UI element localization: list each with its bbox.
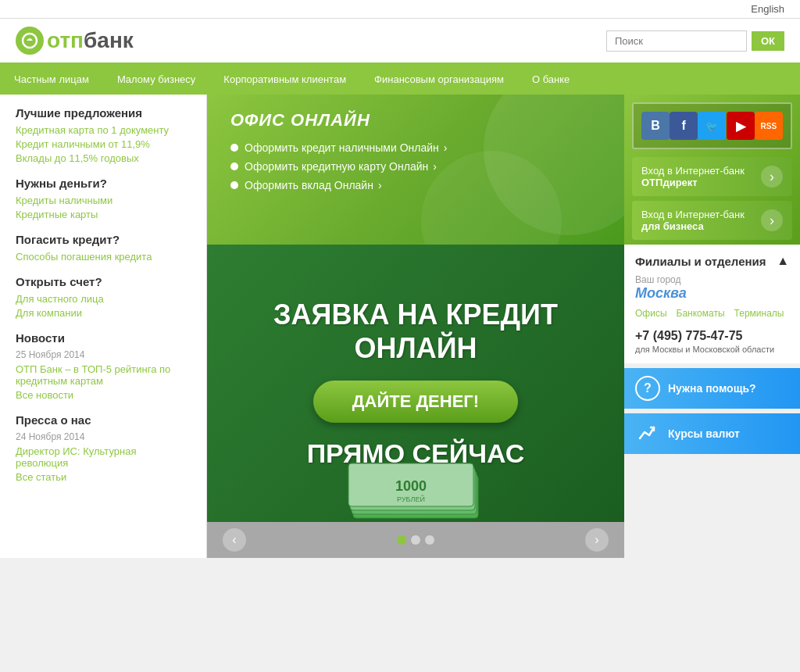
sidebar-all-news-link[interactable]: Все новости (16, 389, 191, 401)
office-link-credit-card[interactable]: Оформить кредитную карту Онлайн › (245, 160, 437, 173)
office-arrow-2: › (433, 160, 437, 173)
slider-section: ЗАЯВКА НА КРЕДИТ ОНЛАЙН ДАЙТЕ ДЕНЕГ! ПРЯ… (207, 245, 800, 558)
office-bullet-1 (230, 144, 238, 152)
office-arrow-1: › (444, 141, 448, 154)
language-link[interactable]: English (751, 3, 784, 15)
sidebar-news-link[interactable]: ОТП Банк – в ТОП-5 рейтинга по кредитным… (16, 363, 191, 387)
office-item-1: Оформить кредит наличными Онлайн › (230, 141, 601, 154)
sidebar-link-deposits[interactable]: Вклады до 11,5% годовых (16, 152, 191, 164)
right-panel-top: В f 🐦 ▶ RSS Вход в Интернет-банк ОТПдире… (624, 95, 800, 245)
currency-label: Курсы валют (668, 427, 740, 440)
sidebar-link-cash-credits[interactable]: Кредиты наличными (16, 195, 191, 206)
branches-city[interactable]: Москва (635, 285, 789, 302)
nav-about[interactable]: О банке (518, 64, 584, 95)
social-bar: В f 🐦 ▶ RSS (632, 102, 792, 149)
login-business-arrow: › (761, 209, 783, 231)
sidebar-need-money: Нужны деньги? Кредиты наличными Кредитны… (16, 177, 191, 220)
branches-offices-link[interactable]: Офисы (635, 308, 667, 319)
slider-dots (397, 535, 434, 545)
svg-text:РУБЛЕЙ: РУБЛЕЙ (397, 495, 425, 503)
sidebar-press-date: 24 Ноября 2014 (16, 431, 191, 442)
branches-city-label: Ваш город (635, 274, 789, 285)
branches-terminals-link[interactable]: Терминалы (734, 308, 784, 319)
logo-bank: банк (84, 28, 134, 52)
nav-small-biz[interactable]: Малому бизнесу (103, 64, 209, 95)
search-button[interactable]: ОК (752, 31, 784, 51)
currency-button[interactable]: Курсы валют (624, 413, 800, 454)
slider-heading: ЗАЯВКА НА КРЕДИТ ОНЛАЙН (273, 298, 558, 365)
slider-main: ЗАЯВКА НА КРЕДИТ ОНЛАЙН ДАЙТЕ ДЕНЕГ! ПРЯ… (207, 245, 624, 558)
sidebar-news-title: Новости (16, 331, 191, 345)
slider-nav: ‹ › (207, 522, 624, 558)
office-items: Оформить кредит наличными Онлайн › Оформ… (230, 141, 601, 191)
social-tw-icon[interactable]: 🐦 (698, 112, 726, 140)
office-item-2: Оформить кредитную карту Онлайн › (230, 160, 601, 173)
search-input[interactable] (606, 30, 747, 52)
slider-cta-button[interactable]: ДАЙТЕ ДЕНЕГ! (313, 381, 518, 423)
sidebar: Лучшие предложения Кредитная карта по 1 … (0, 95, 207, 558)
office-link-cash-credit[interactable]: Оформить кредит наличными Онлайн › (245, 141, 447, 154)
branches-phone-note: для Москвы и Московской области (635, 345, 789, 354)
office-section: ОФИС ОНЛАЙН Оформить кредит наличными Он… (207, 95, 800, 245)
svg-text:1000: 1000 (395, 478, 427, 494)
sidebar-all-articles-link[interactable]: Все статьи (16, 471, 191, 483)
sidebar-repay-credit: Погасить кредит? Способы погашения креди… (16, 233, 191, 263)
branches-atm-link[interactable]: Банкоматы (677, 308, 725, 319)
sidebar-need-money-title: Нужны деньги? (16, 177, 191, 190)
social-fb-icon[interactable]: f (670, 112, 698, 140)
sidebar-link-credit-cards[interactable]: Кредитные карты (16, 209, 191, 220)
sidebar-best-offers: Лучшие предложения Кредитная карта по 1 … (16, 106, 191, 164)
slider-next-button[interactable]: › (585, 528, 609, 552)
sidebar-open-account: Открыть счет? Для частного лица Для комп… (16, 275, 191, 319)
slider-dot-1[interactable] (397, 535, 406, 545)
sidebar-best-offers-title: Лучшие предложения (16, 106, 191, 120)
office-arrow-3: › (378, 179, 382, 191)
social-rss-icon[interactable]: RSS (755, 112, 783, 140)
office-bullet-2 (230, 163, 238, 170)
help-button[interactable]: ? Нужна помощь? (624, 368, 800, 409)
header-search: ОК (606, 30, 784, 52)
slider: ЗАЯВКА НА КРЕДИТ ОНЛАЙН ДАЙТЕ ДЕНЕГ! ПРЯ… (207, 245, 624, 522)
sidebar-link-credit-card-1doc[interactable]: Кредитная карта по 1 документу (16, 124, 191, 136)
logo: отпбанк (16, 27, 172, 55)
top-bar: English (0, 0, 800, 19)
branches-links: Офисы Банкоматы Терминалы (635, 308, 789, 321)
login-business-button[interactable]: Вход в Интернет-банк для бизнеса › (632, 201, 792, 240)
slider-dot-3[interactable] (425, 535, 434, 545)
nav-corporate[interactable]: Корпоративным клиентам (209, 64, 360, 95)
content-area: ОФИС ОНЛАЙН Оформить кредит наличными Он… (207, 95, 800, 558)
help-label: Нужна помощь? (668, 382, 756, 395)
right-panel-bottom: Филиалы и отделения ▲ Ваш город Москва О… (624, 245, 800, 558)
branches-collapse-icon[interactable]: ▲ (777, 254, 789, 268)
logo-otp: отп (47, 28, 84, 52)
logo-text: отпбанк (47, 28, 134, 53)
office-title: ОФИС ОНЛАЙН (230, 110, 601, 130)
help-icon: ? (635, 376, 660, 401)
sidebar-news: Новости 25 Ноября 2014 ОТП Банк – в ТОП-… (16, 331, 191, 401)
nav-financial[interactable]: Финансовым организациям (360, 64, 518, 95)
nav-private[interactable]: Частным лицам (0, 64, 103, 95)
sidebar-link-company[interactable]: Для компании (16, 307, 191, 319)
sidebar-press-link[interactable]: Директор ИС: Культурная революция (16, 445, 191, 469)
sidebar-open-account-title: Открыть счет? (16, 275, 191, 288)
logo-icon (16, 27, 44, 55)
slider-prev-button[interactable]: ‹ (223, 528, 246, 552)
social-vk-icon[interactable]: В (641, 112, 670, 140)
branches-phone: +7 (495) 775-47-75 (635, 329, 789, 343)
login-business-text: Вход в Интернет-банк для бизнеса (641, 209, 745, 232)
login-otpdirect-button[interactable]: Вход в Интернет-банк ОТПдирект › (632, 157, 792, 196)
social-yt-icon[interactable]: ▶ (727, 112, 755, 140)
sidebar-link-private-person[interactable]: Для частного лица (16, 293, 191, 305)
currency-icon (635, 421, 660, 446)
office-item-3: Оформить вклад Онлайн › (230, 179, 601, 191)
branches-title: Филиалы и отделения ▲ (635, 254, 789, 268)
sidebar-link-credit-cash[interactable]: Кредит наличными от 11,9% (16, 138, 191, 150)
office-link-deposit[interactable]: Оформить вклад Онлайн › (245, 179, 382, 191)
sidebar-link-repay-methods[interactable]: Способы погашения кредита (16, 251, 191, 263)
main-content: Лучшие предложения Кредитная карта по 1 … (0, 95, 800, 558)
office-bullet-3 (230, 181, 238, 189)
header: отпбанк ОК (0, 19, 800, 64)
money-illustration: 1000 РУБЛЕЙ (330, 428, 502, 522)
slider-dot-2[interactable] (411, 535, 420, 545)
main-nav: Частным лицам Малому бизнесу Корпоративн… (0, 64, 800, 95)
